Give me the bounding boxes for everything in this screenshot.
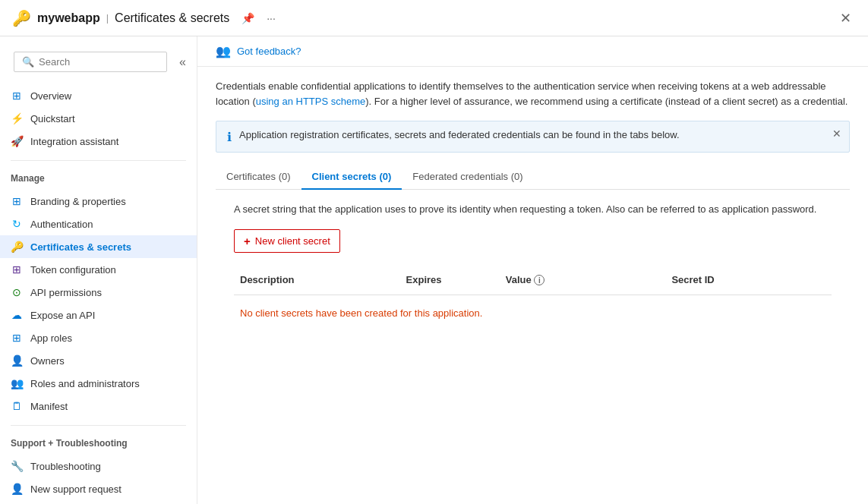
sidebar-item-quickstart[interactable]: ⚡ Quickstart <box>0 107 197 130</box>
expose-icon: ☁ <box>11 309 23 321</box>
info-banner-icon: ℹ <box>227 130 232 144</box>
roles-admin-icon: 👥 <box>11 377 23 389</box>
cert-icon: 🔑 <box>11 241 23 253</box>
main-layout: 🔍 « ⊞ Overview ⚡ Quickstart 🚀 Integratio… <box>0 36 868 504</box>
col-secret-id: Secret ID <box>665 271 832 289</box>
branding-icon: ⊞ <box>11 195 23 207</box>
new-client-secret-button[interactable]: + New client secret <box>234 229 340 253</box>
roles-icon: ⊞ <box>11 332 23 344</box>
tab-federated-label: Federated credentials (0) <box>412 171 522 182</box>
sidebar-item-quickstart-label: Quickstart <box>30 113 75 124</box>
feedback-bar[interactable]: 👥 Got feedback? <box>197 36 868 67</box>
sidebar-item-api[interactable]: ⊙ API permissions <box>0 281 197 304</box>
sidebar-item-certificates[interactable]: 🔑 Certificates & secrets <box>0 235 197 258</box>
support-section-label: Support + Troubleshooting <box>0 430 197 452</box>
content-area: 👥 Got feedback? Credentials enable confi… <box>197 36 868 504</box>
sidebar-item-roles[interactable]: ⊞ App roles <box>0 326 197 349</box>
search-box[interactable]: 🔍 <box>14 52 167 72</box>
sidebar-item-owners-label: Owners <box>30 355 65 367</box>
app-icon: 🔑 <box>12 9 31 27</box>
feedback-icon: 👥 <box>216 44 231 58</box>
table-header: Description Expires Value i Secret ID <box>234 265 832 296</box>
sidebar-item-token[interactable]: ⊞ Token configuration <box>0 258 197 281</box>
sidebar: 🔍 « ⊞ Overview ⚡ Quickstart 🚀 Integratio… <box>0 36 197 504</box>
search-icon: 🔍 <box>22 56 34 68</box>
sidebar-item-token-label: Token configuration <box>30 264 116 276</box>
owners-icon: 👤 <box>11 354 23 367</box>
tab-federated[interactable]: Federated credentials (0) <box>402 165 533 190</box>
api-icon: ⊙ <box>11 286 23 298</box>
title-actions: 📌 ··· <box>238 11 279 26</box>
collapse-button[interactable]: « <box>175 55 191 69</box>
info-banner-close[interactable]: ✕ <box>832 128 841 140</box>
pin-button[interactable]: 📌 <box>238 11 257 26</box>
sidebar-item-certificates-label: Certificates & secrets <box>30 241 131 253</box>
sidebar-item-roles-label: App roles <box>30 332 72 344</box>
title-bar: 🔑 mywebapp | Certificates & secrets 📌 ··… <box>0 0 868 36</box>
sidebar-item-owners[interactable]: 👤 Owners <box>0 349 197 372</box>
nav-support-section: 🔧 Troubleshooting 👤 New support request <box>0 452 197 503</box>
new-secret-label: New client secret <box>255 235 330 247</box>
tabs-area: Certificates (0) Client secrets (0) Fede… <box>197 165 868 343</box>
sidebar-item-integration[interactable]: 🚀 Integration assistant <box>0 130 197 153</box>
sidebar-item-overview[interactable]: ⊞ Overview <box>0 84 197 107</box>
plus-icon: + <box>244 235 251 247</box>
description-text: Credentials enable confidential applicat… <box>197 67 868 121</box>
col-expires: Expires <box>400 271 500 289</box>
sidebar-item-manifest-label: Manifest <box>30 401 68 412</box>
https-link[interactable]: using an HTTPS scheme <box>256 96 366 107</box>
sidebar-item-overview-label: Overview <box>30 90 71 102</box>
col-description: Description <box>234 271 400 289</box>
tab-description: A secret string that the application use… <box>234 202 832 217</box>
info-banner-text: Application registration certificates, s… <box>239 129 838 140</box>
value-info-icon[interactable]: i <box>534 275 544 285</box>
troubleshoot-icon: 🔧 <box>11 460 23 472</box>
empty-state: No client secrets have been created for … <box>234 295 832 331</box>
integration-icon: 🚀 <box>11 135 23 147</box>
tab-client-secrets-label: Client secrets (0) <box>312 171 392 182</box>
info-banner: ℹ Application registration certificates,… <box>216 121 850 153</box>
sidebar-item-authentication-label: Authentication <box>30 219 93 230</box>
sidebar-item-branding-label: Branding & properties <box>30 196 126 207</box>
more-button[interactable]: ··· <box>264 11 279 26</box>
sidebar-item-expose[interactable]: ☁ Expose an API <box>0 304 197 326</box>
sidebar-item-manifest[interactable]: 🗒 Manifest <box>0 395 197 417</box>
tab-certificates-label: Certificates (0) <box>226 171 291 182</box>
support-icon: 👤 <box>11 483 23 495</box>
col-value: Value i <box>500 271 666 289</box>
auth-icon: ↻ <box>11 218 23 230</box>
overview-icon: ⊞ <box>11 90 23 102</box>
sidebar-item-troubleshoot[interactable]: 🔧 Troubleshooting <box>0 455 197 477</box>
tab-client-secrets[interactable]: Client secrets (0) <box>301 165 402 190</box>
sidebar-item-roles-admin-label: Roles and administrators <box>30 378 140 389</box>
description-content: Credentials enable confidential applicat… <box>216 80 847 107</box>
manage-section-label: Manage <box>0 165 197 187</box>
tabs-row: Certificates (0) Client secrets (0) Fede… <box>216 165 850 190</box>
nav-manage-section: ⊞ Branding & properties ↻ Authentication… <box>0 187 197 421</box>
feedback-label: Got feedback? <box>237 46 301 57</box>
quickstart-icon: ⚡ <box>11 112 23 124</box>
token-icon: ⊞ <box>11 263 23 276</box>
sidebar-item-branding[interactable]: ⊞ Branding & properties <box>0 190 197 213</box>
sidebar-item-troubleshoot-label: Troubleshooting <box>30 461 101 472</box>
sidebar-item-authentication[interactable]: ↻ Authentication <box>0 213 197 235</box>
sidebar-item-expose-label: Expose an API <box>30 310 95 321</box>
manifest-icon: 🗒 <box>11 400 23 412</box>
sidebar-item-new-request-label: New support request <box>30 484 122 495</box>
search-input[interactable] <box>39 56 159 68</box>
sidebar-item-new-request[interactable]: 👤 New support request <box>0 477 197 500</box>
tab-certificates[interactable]: Certificates (0) <box>216 165 301 190</box>
sidebar-item-api-label: API permissions <box>30 287 102 298</box>
sidebar-item-integration-label: Integration assistant <box>30 136 118 147</box>
support-divider <box>11 425 186 426</box>
sidebar-item-roles-admin[interactable]: 👥 Roles and administrators <box>0 372 197 395</box>
page-title: Certificates & secrets <box>115 11 229 25</box>
title-divider: | <box>106 12 109 24</box>
app-name: mywebapp <box>37 11 100 25</box>
tab-content: A secret string that the application use… <box>216 190 850 343</box>
close-button[interactable]: ✕ <box>835 8 856 28</box>
nav-top-section: ⊞ Overview ⚡ Quickstart 🚀 Integration as… <box>0 81 197 156</box>
manage-divider <box>11 160 186 161</box>
